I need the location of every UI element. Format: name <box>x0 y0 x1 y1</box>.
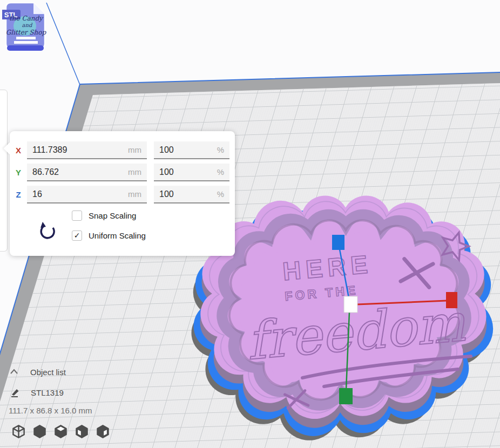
reset-scale-button[interactable] <box>38 221 58 241</box>
y-percent-input[interactable]: 100 % <box>154 164 229 181</box>
view-top-button[interactable] <box>53 424 68 439</box>
selected-object-row[interactable]: STL1319 <box>10 387 64 398</box>
y-axis-label: Y <box>10 168 27 177</box>
view-left-button[interactable] <box>75 424 89 439</box>
x-percent-unit: % <box>217 145 224 154</box>
left-toolbar[interactable] <box>0 90 8 252</box>
y-size-value: 86.762 <box>32 167 59 177</box>
cube-front-icon <box>32 424 47 439</box>
svg-text:the Candy: the Candy <box>9 15 44 22</box>
pencil-icon <box>10 387 21 398</box>
z-percent-input[interactable]: 100 % <box>154 186 229 203</box>
cube-top-icon <box>53 424 68 439</box>
z-percent-unit: % <box>217 189 224 199</box>
slicer-window: HERE FOR THE freedom <box>0 0 500 448</box>
chevron-up-icon <box>9 367 19 377</box>
cube-left-icon <box>75 424 89 439</box>
checkmark-icon: ✓ <box>74 231 80 240</box>
model-name: STL1319 <box>31 388 64 397</box>
uniform-scaling-checkbox[interactable]: ✓ <box>72 230 82 241</box>
uniform-scale-handle[interactable] <box>344 296 357 313</box>
view-front-button[interactable] <box>32 424 47 439</box>
x-scale-handle[interactable] <box>446 292 457 308</box>
y-percent-unit: % <box>217 167 224 177</box>
svg-text:Glitter Shop: Glitter Shop <box>6 29 47 36</box>
y-size-unit: mm <box>128 167 141 177</box>
z-scale-handle[interactable] <box>332 235 344 250</box>
x-size-unit: mm <box>128 145 141 154</box>
x-percent-value: 100 <box>159 145 174 155</box>
z-size-value: 16 <box>32 189 42 199</box>
view-right-button[interactable] <box>96 424 110 439</box>
y-scale-handle[interactable] <box>339 388 353 404</box>
stl-file-watermark: STL the Candy and Glitter Shop <box>2 1 50 53</box>
z-size-input[interactable]: 16 mm <box>27 186 147 203</box>
x-size-value: 111.7389 <box>32 145 67 155</box>
z-percent-value: 100 <box>159 189 174 199</box>
x-size-input[interactable]: 111.7389 mm <box>27 141 147 159</box>
svg-text:and: and <box>22 22 33 28</box>
z-axis-label: Z <box>10 190 27 199</box>
cube-right-icon <box>96 424 110 439</box>
scale-tool-panel: X 111.7389 mm 100 % Y 86.762 mm 100 % Z <box>10 131 235 256</box>
model-dimensions: 111.7 x 86.8 x 16.0 mm <box>9 406 92 415</box>
object-list-toggle[interactable]: Object list <box>9 367 66 377</box>
snap-scaling-label: Snap Scaling <box>89 211 136 220</box>
cube-3d-icon <box>11 424 26 439</box>
reset-arrow-icon <box>41 226 54 238</box>
z-size-unit: mm <box>128 189 141 199</box>
x-axis-label: X <box>10 146 27 155</box>
x-percent-input[interactable]: 100 % <box>154 141 229 159</box>
snap-scaling-checkbox[interactable] <box>72 211 82 221</box>
uniform-scaling-label: Uniform Scaling <box>89 231 146 240</box>
y-percent-value: 100 <box>159 167 174 177</box>
y-size-input[interactable]: 86.762 mm <box>27 164 147 181</box>
object-list-label: Object list <box>30 368 66 377</box>
view-3d-button[interactable] <box>11 424 26 439</box>
camera-view-buttons <box>11 424 110 439</box>
